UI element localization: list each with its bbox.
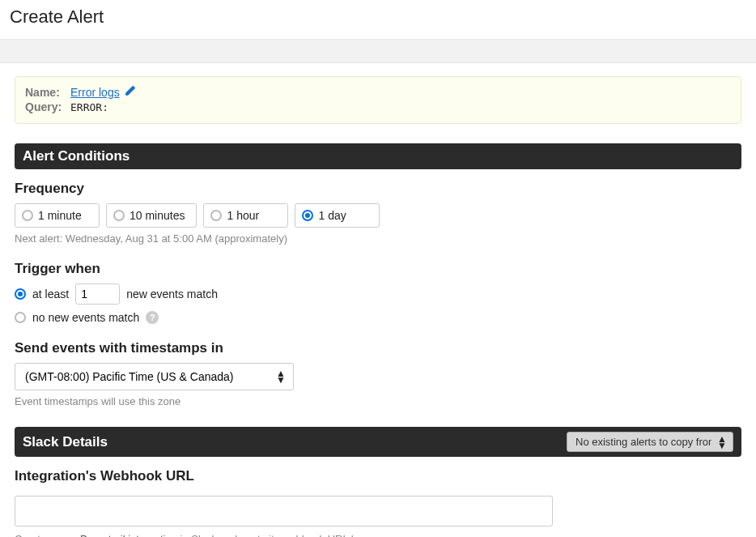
trigger-at-least-prefix: at least — [32, 288, 69, 300]
trigger-radio-no-new[interactable] — [15, 312, 26, 323]
radio-icon — [113, 210, 125, 221]
frequency-option-1-hour[interactable]: 1 hour — [203, 203, 288, 228]
section-header-conditions: Alert Conditions — [15, 143, 741, 169]
trigger-heading: Trigger when — [15, 261, 741, 277]
header-divider — [0, 39, 756, 63]
timezone-heading: Send events with timestamps in — [15, 340, 741, 356]
trigger-count-input[interactable] — [75, 283, 120, 305]
webhook-heading: Integration's Webhook URL — [15, 468, 741, 484]
radio-icon — [302, 210, 313, 221]
frequency-option-label: 10 minutes — [130, 209, 185, 222]
frequency-option-10-minutes[interactable]: 10 minutes — [106, 203, 197, 228]
page-title: Create Alert — [0, 0, 756, 39]
alert-name-link[interactable]: Error logs — [70, 86, 120, 99]
timezone-select[interactable] — [15, 363, 294, 390]
section-title-conditions: Alert Conditions — [23, 148, 130, 164]
webhook-url-input[interactable] — [15, 496, 553, 526]
section-header-slack: Slack Details ▲▼ — [15, 427, 741, 457]
summary-query-value: ERROR: — [70, 101, 108, 113]
help-icon[interactable]: ? — [146, 311, 159, 324]
edit-icon[interactable] — [125, 85, 136, 99]
frequency-option-1-minute[interactable]: 1 minute — [15, 203, 100, 228]
copy-from-select[interactable] — [567, 432, 733, 452]
frequency-hint: Next alert: Wednesday, Aug 31 at 5:00 AM… — [15, 232, 741, 245]
alert-summary-box: Name: Error logs Query: ERROR: — [15, 76, 741, 124]
frequency-option-label: 1 minute — [38, 209, 82, 222]
papertrail-integration-link[interactable]: new Papertrail integration — [57, 533, 176, 537]
webhook-footer: Create a new Papertrail integration in S… — [15, 533, 741, 537]
frequency-option-label: 1 day — [318, 209, 346, 222]
frequency-option-label: 1 hour — [227, 209, 259, 222]
frequency-heading: Frequency — [15, 181, 741, 197]
summary-query-label: Query: — [25, 100, 66, 113]
frequency-option-1-day[interactable]: 1 day — [295, 203, 380, 228]
radio-icon — [22, 210, 33, 221]
radio-icon — [210, 210, 222, 221]
trigger-radio-at-least[interactable] — [15, 288, 26, 300]
trigger-at-least-suffix: new events match — [126, 288, 218, 300]
summary-name-label: Name: — [25, 86, 66, 99]
section-title-slack: Slack Details — [23, 434, 108, 450]
trigger-no-new-label: no new events match — [32, 311, 139, 324]
timezone-hint: Event timestamps will use this zone — [15, 395, 741, 407]
